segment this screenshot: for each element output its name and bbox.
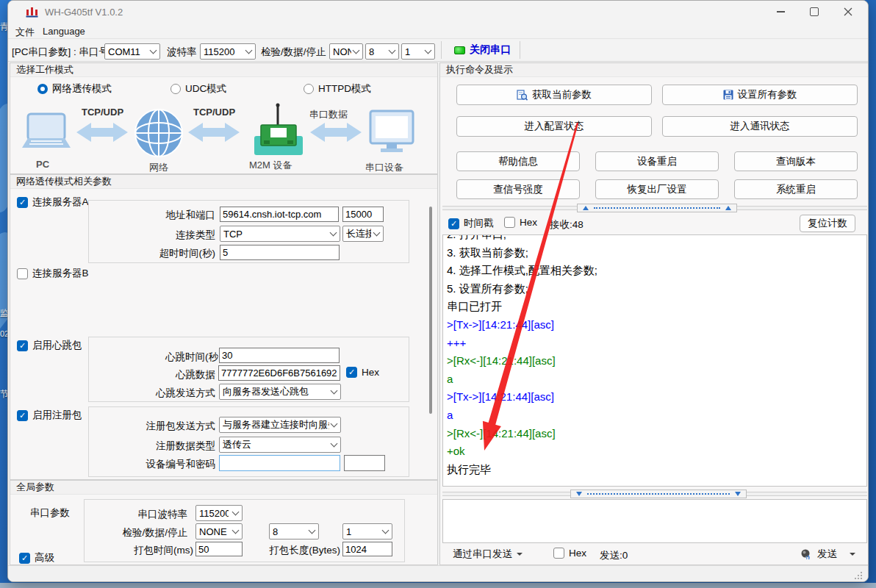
send-button-label: 发送 <box>817 548 837 561</box>
chevron-down-icon <box>330 229 337 237</box>
node-label-pc: PC <box>36 159 49 170</box>
heartbeat-mode-select[interactable]: 向服务器发送心跳包 <box>219 384 341 400</box>
enter-config-button[interactable]: 进入配置状态 <box>456 116 652 137</box>
log-output[interactable]: 2. 打开串口; 3. 获取当前参数; 4. 选择工作模式,配置相关参数; 5.… <box>442 234 867 487</box>
get-params-button[interactable]: 获取当前参数 <box>456 85 652 105</box>
hex-label: Hex <box>362 367 379 378</box>
baud-value: 115200 <box>204 46 244 57</box>
menu-file[interactable]: 文件 <box>12 25 37 40</box>
send-hex-checkbox[interactable]: Hex <box>553 548 586 559</box>
register-checkbox[interactable]: 启用注册包 <box>17 409 82 422</box>
signal-strength-button[interactable]: 查信号强度 <box>456 179 580 199</box>
reset-count-label: 复位计数 <box>808 217 847 230</box>
pack-len-input[interactable] <box>342 542 392 556</box>
log-line: 4. 选择工作模式,配置相关参数; <box>443 262 866 280</box>
pack-time-input[interactable] <box>195 542 243 556</box>
net-params-header: 网络透传模式相关参数 <box>10 175 437 189</box>
baud-select[interactable]: 115200 <box>200 43 256 60</box>
link-label-tcpudp2: TCP/UDP <box>193 107 235 118</box>
chevron-down-icon <box>373 229 381 237</box>
device-id-input[interactable] <box>219 455 340 471</box>
timeout-input[interactable] <box>220 245 340 260</box>
server-a-checkbox[interactable]: 连接服务器A <box>17 196 89 209</box>
conn-type-value: TCP <box>223 229 328 240</box>
global-stopbits-select[interactable]: 1 <box>342 523 392 539</box>
heartbeat-hex-checkbox[interactable]: Hex <box>346 367 379 378</box>
set-params-button[interactable]: 设置所有参数 <box>662 85 858 105</box>
sent-count: 发送:0 <box>600 549 628 562</box>
log-line: 2. 打开串口; <box>443 234 866 244</box>
global-baud-select[interactable]: 115200 <box>195 505 243 521</box>
mode-label: UDC模式 <box>185 82 226 96</box>
chevron-down-icon <box>353 47 360 54</box>
chevron-down-icon <box>425 47 432 54</box>
heartbeat-data-input[interactable] <box>218 365 340 381</box>
global-parity-select[interactable]: NONE <box>195 523 243 539</box>
timestamp-checkbox[interactable]: 时间戳 <box>448 217 494 230</box>
maximize-button[interactable] <box>797 1 831 23</box>
server-a-port-input[interactable] <box>342 207 384 222</box>
splitter-up-icon <box>583 206 589 210</box>
log-line: a <box>443 406 866 425</box>
log-line: >[Rx<-][14:21:44][asc] <box>443 425 866 443</box>
send-splitter[interactable] <box>570 490 747 498</box>
chevron-down-icon <box>150 47 157 54</box>
baud-label: 波特率 <box>167 46 197 59</box>
com-port-value: COM11 <box>108 46 148 57</box>
com-port-select[interactable]: COM11 <box>104 43 160 60</box>
device-pwd-input[interactable] <box>344 455 385 471</box>
resize-grip[interactable] <box>861 572 862 573</box>
chevron-down-icon <box>331 420 338 428</box>
checkbox-checked-icon <box>17 340 28 351</box>
checkbox-checked-icon <box>17 410 28 421</box>
log-line: >[Tx->][14:21:44][asc] <box>443 388 866 406</box>
mode-radio-udc[interactable]: UDC模式 <box>170 82 226 96</box>
desktop-bottom-strip <box>0 583 876 588</box>
menu-language[interactable]: Language <box>40 25 88 37</box>
conn-type-select[interactable]: TCP <box>220 226 340 242</box>
advanced-checkbox[interactable]: 高级 <box>19 551 54 564</box>
send-via-serial-dropdown[interactable]: 通过串口发送 <box>453 548 523 561</box>
databits-select[interactable]: 8 <box>365 43 399 60</box>
system-restart-button[interactable]: 系统重启 <box>734 179 858 199</box>
splitter-down-icon <box>735 492 741 496</box>
heartbeat-time-input[interactable] <box>219 348 340 363</box>
send-button[interactable]: 发送 <box>800 548 855 561</box>
mode-radio-transparent[interactable]: 网络透传模式 <box>37 82 112 96</box>
log-splitter[interactable] <box>577 204 737 212</box>
minimize-icon <box>777 11 785 12</box>
m2m-device-icon <box>254 104 303 156</box>
send-input-area[interactable] <box>442 499 867 543</box>
node-label-net: 网络 <box>149 161 168 174</box>
query-version-button[interactable]: 查询版本 <box>734 151 858 171</box>
stopbits-select[interactable]: 1 <box>401 43 435 60</box>
chevron-down-icon <box>232 509 240 516</box>
log-hex-checkbox[interactable]: Hex <box>504 217 537 228</box>
minimize-button[interactable] <box>764 1 797 23</box>
factory-reset-button[interactable]: 恢复出厂设置 <box>595 179 719 199</box>
keepalive-select[interactable]: 长连接 <box>342 226 384 242</box>
register-mode-select[interactable]: 与服务器建立连接时向服务 <box>219 417 341 433</box>
global-params-header: 全局参数 <box>10 481 437 495</box>
speaker-icon <box>800 548 812 560</box>
checkbox-icon <box>17 268 28 279</box>
global-databits-select[interactable]: 8 <box>269 523 319 539</box>
reset-count-button[interactable]: 复位计数 <box>800 215 855 232</box>
server-a-address-input[interactable] <box>220 207 339 222</box>
device-restart-button[interactable]: 设备重启 <box>595 151 719 171</box>
chevron-down-icon <box>389 47 396 54</box>
send-via-label: 通过串口发送 <box>453 548 512 561</box>
enter-comm-button[interactable]: 进入通讯状态 <box>662 116 858 137</box>
log-line: +++ <box>443 334 866 353</box>
close-button[interactable] <box>831 1 865 23</box>
parity-select[interactable]: NONI <box>329 43 363 60</box>
double-arrow-icon <box>76 123 128 142</box>
heartbeat-checkbox[interactable]: 启用心跳包 <box>17 339 82 352</box>
help-button[interactable]: 帮助信息 <box>456 151 580 171</box>
close-icon <box>844 7 852 16</box>
server-b-checkbox[interactable]: 连接服务器B <box>17 267 89 280</box>
register-type-select[interactable]: 透传云 <box>219 437 341 453</box>
mode-radio-httpd[interactable]: HTTPD模式 <box>304 82 371 96</box>
commands-header: 执行命令及提示 <box>440 63 869 77</box>
left-scrollbar-thumb[interactable] <box>429 207 432 414</box>
